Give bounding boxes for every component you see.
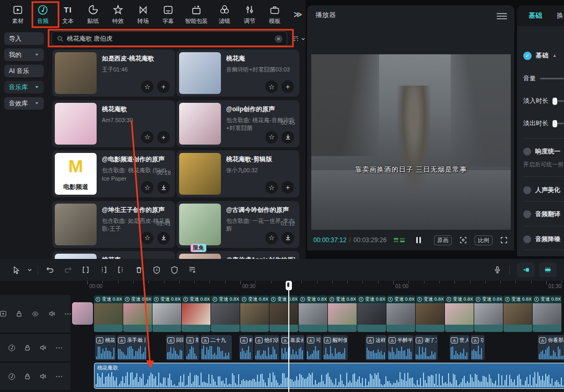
download-icon[interactable] bbox=[281, 232, 294, 244]
fade-out-slider[interactable] bbox=[553, 120, 564, 127]
audio-translate-toggle[interactable] bbox=[523, 210, 531, 218]
music-card[interactable]: @oilp创作的原声包含歌曲: 桃花庵-音阙诗听+封茗囧菌00:45☆ bbox=[177, 100, 299, 147]
timeline-ruler[interactable]: 00:0000:3001:0001:30 bbox=[0, 281, 564, 293]
redo-icon[interactable] bbox=[59, 263, 77, 277]
sidebar-item-我的[interactable]: 我的▼ bbox=[4, 49, 44, 61]
aspect-ratio-button[interactable]: 比例 bbox=[475, 235, 492, 245]
caption-clip[interactable]: A亲手栽丨 bbox=[117, 335, 147, 360]
toolbar-item-text[interactable]: TI文本 bbox=[55, 4, 80, 25]
favorite-star-icon[interactable]: ☆ bbox=[265, 181, 278, 194]
delete-right-icon[interactable] bbox=[112, 263, 130, 277]
select-tool-dropdown-icon[interactable] bbox=[25, 263, 34, 277]
search-input[interactable] bbox=[67, 35, 273, 42]
lock-icon[interactable] bbox=[16, 310, 22, 318]
toolbar-item-captions[interactable]: 字幕 bbox=[156, 4, 181, 25]
player-menu-icon[interactable] bbox=[497, 11, 507, 21]
video-clip[interactable]: 变速 0.8X bbox=[240, 295, 269, 332]
quality-indicator-icon[interactable] bbox=[394, 238, 405, 242]
toolbar-item-transitions[interactable]: 转场 bbox=[131, 4, 156, 25]
basic-checkbox[interactable]: ✓ bbox=[523, 52, 532, 60]
toolbar-item-templates[interactable]: 模板 bbox=[262, 4, 287, 25]
video-clip[interactable]: 变速 0.8X bbox=[533, 295, 561, 332]
mute-clip-icon[interactable]: A bbox=[148, 263, 166, 277]
tab-basic[interactable]: 基础 bbox=[528, 11, 542, 20]
toolbar-item-adjust[interactable]: 调节 bbox=[237, 4, 262, 25]
dots-icon[interactable] bbox=[55, 375, 63, 378]
video-clip[interactable]: 变速 0.8X bbox=[152, 295, 181, 332]
caption-clip[interactable]: A那 bbox=[185, 335, 199, 360]
caption-clip[interactable]: A功 bbox=[471, 335, 485, 360]
caption-clip[interactable]: A半醉半 bbox=[387, 335, 414, 360]
video-clip[interactable]: 变速 0.8X bbox=[299, 295, 327, 332]
eye-icon[interactable] bbox=[31, 311, 40, 317]
volume-slider[interactable] bbox=[540, 78, 564, 79]
favorite-star-icon[interactable]: ☆ bbox=[265, 80, 278, 93]
speaker-icon[interactable] bbox=[39, 344, 47, 351]
caption-clip[interactable]: A你看那 bbox=[538, 335, 564, 360]
sidebar-item-音乐库[interactable]: 音乐库▼ bbox=[4, 81, 44, 93]
music-card[interactable]: @古调今吟创作的原声包含歌曲: 一花一世界-李志辉01:12☆ bbox=[177, 201, 299, 248]
music-icon[interactable] bbox=[8, 344, 16, 352]
toolbar-item-filters[interactable]: 滤镜 bbox=[212, 4, 237, 25]
favorite-star-icon[interactable]: ☆ bbox=[141, 181, 154, 194]
download-icon[interactable] bbox=[157, 181, 170, 194]
tab-voice-change[interactable]: 换音色 bbox=[557, 11, 564, 20]
video-clip[interactable]: 变速 0.8X bbox=[474, 295, 503, 332]
video-clip[interactable]: 变速 0.8X bbox=[182, 295, 210, 332]
toolbar-item-material[interactable]: 素材 bbox=[5, 4, 30, 25]
original-quality-button[interactable]: 原画 bbox=[434, 235, 452, 245]
auto-snap-toggle-icon[interactable] bbox=[517, 263, 535, 277]
toolbar-item-smart-pack[interactable]: 智能包装 bbox=[181, 4, 212, 25]
filter-button[interactable] bbox=[291, 35, 306, 42]
caption-clip[interactable]: A科 bbox=[239, 335, 253, 360]
speaker-icon[interactable] bbox=[39, 373, 47, 380]
dots-icon[interactable] bbox=[55, 347, 63, 349]
video-clip[interactable]: 变速 0.8X bbox=[94, 295, 123, 332]
delete-left-icon[interactable] bbox=[95, 263, 112, 277]
focus-frame-icon[interactable] bbox=[459, 236, 467, 244]
favorite-star-icon[interactable]: ☆ bbox=[141, 131, 154, 144]
undo-icon[interactable] bbox=[41, 263, 59, 277]
script-match-icon[interactable]: 限免 bbox=[183, 263, 201, 277]
caption-clip[interactable]: A可 bbox=[306, 335, 322, 360]
sidebar-item-AI 音乐[interactable]: AI 音乐 bbox=[4, 65, 44, 77]
vocal-beautify-toggle[interactable] bbox=[523, 186, 531, 194]
video-clip[interactable]: 变速 0.8X bbox=[357, 295, 386, 332]
favorite-star-icon[interactable]: ☆ bbox=[141, 232, 154, 244]
denoise-toggle[interactable] bbox=[523, 235, 531, 243]
fade-in-slider[interactable] bbox=[553, 98, 564, 105]
sidebar-item-导入[interactable]: 导入 bbox=[4, 32, 44, 45]
video-clip[interactable]: 变速 0.8X bbox=[211, 295, 240, 332]
music-card[interactable]: 桃花庵音阙诗听+封茗囧菌03:03☆＋ bbox=[177, 50, 299, 97]
record-voiceover-icon[interactable] bbox=[488, 263, 506, 277]
music-card[interactable]: @唐伯虎Annie创作的原声 bbox=[177, 251, 299, 259]
select-tool-icon[interactable] bbox=[7, 263, 25, 277]
split-icon[interactable] bbox=[77, 263, 95, 277]
caption-clip[interactable]: A二十九 bbox=[201, 335, 232, 360]
music-card[interactable]: @坤生王子创作的原声包含歌曲: 如是西皮-桃花庵歌-王子01:41☆ bbox=[52, 201, 175, 248]
preview-axis-toggle-icon[interactable] bbox=[539, 263, 557, 277]
caption-clip[interactable]: A他们说 bbox=[254, 335, 279, 360]
favorite-star-icon[interactable]: ☆ bbox=[265, 232, 278, 244]
video-preview[interactable]: 靠卖画换酒的日子 三日无烟是常事 bbox=[311, 54, 511, 230]
add-to-track-icon[interactable]: ＋ bbox=[281, 181, 294, 194]
collapse-arrow-icon[interactable]: ▲ bbox=[553, 53, 557, 58]
download-icon[interactable] bbox=[157, 232, 170, 244]
lock-icon[interactable] bbox=[24, 373, 31, 381]
toolbar-item-sticker[interactable]: 贴纸 bbox=[80, 4, 105, 25]
music-card[interactable]: 桃花庵歌-剪辑版张小九00:32☆＋ bbox=[177, 150, 299, 197]
sidebar-item-音效库[interactable]: 音效库▼ bbox=[4, 97, 44, 110]
music-icon[interactable] bbox=[8, 373, 16, 381]
video-clip[interactable]: 变速 0.8X bbox=[416, 295, 444, 332]
toolbar-item-effects[interactable]: 特效 bbox=[105, 4, 131, 25]
caption-clip[interactable]: A谢了又 bbox=[415, 335, 438, 360]
video-clip[interactable]: 变速 0.8X bbox=[386, 295, 415, 332]
search-box[interactable]: ✕ bbox=[51, 31, 287, 46]
loudness-toggle[interactable] bbox=[523, 148, 531, 156]
caption-clip[interactable]: A靠卖画 bbox=[280, 335, 304, 360]
music-card[interactable]: M电影频道@电影频道创作的原声包含歌曲: 桃花庵歌 (Skit)-Ice Pap… bbox=[52, 150, 175, 197]
video-clip[interactable]: 变速 0.8X bbox=[328, 295, 357, 332]
video-clip[interactable]: 变速 0.8X bbox=[269, 295, 298, 332]
music-card[interactable]: 如是西皮-桃花庵歌王子01:46☆＋ bbox=[52, 50, 175, 97]
shield-icon[interactable] bbox=[166, 263, 183, 277]
